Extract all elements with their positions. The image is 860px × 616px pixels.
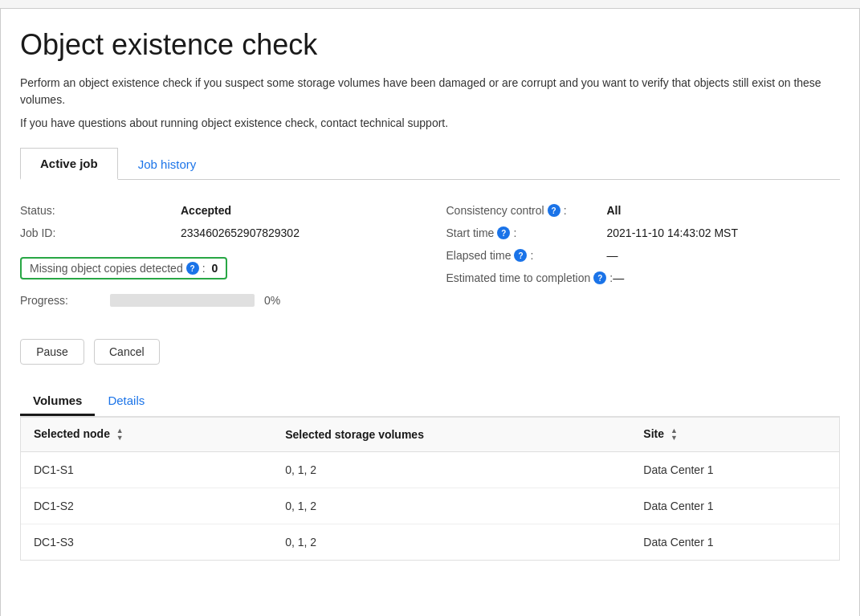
estimated-value: — [613,271,624,284]
page-title: Object existence check [20,28,840,62]
consistency-row: Consistency control ?: All [446,199,841,222]
missing-value: 0 [212,262,218,275]
tab-active-job[interactable]: Active job [20,148,118,180]
start-time-label: Start time ?: [446,226,607,239]
sort-site-icon[interactable]: ▲ ▼ [670,427,678,442]
cell-site: Data Center 1 [630,452,839,488]
cell-node: DC1-S3 [21,524,272,561]
missing-label: Missing object copies detected ?: [30,262,206,275]
progress-percent: 0% [264,294,280,307]
estimated-label: Estimated time to completion ?: [446,271,613,284]
job-id-row: Job ID: 2334602652907829302 [20,222,414,244]
cancel-button[interactable]: Cancel [94,339,160,365]
progress-label: Progress: [20,294,100,307]
cell-node: DC1-S1 [21,452,272,488]
main-tabs: Active job Job history [20,148,840,180]
estimated-row: Estimated time to completion ?: — [446,267,841,289]
start-time-row: Start time ?: 2021-11-10 14:43:02 MST [446,222,841,244]
cell-volumes: 0, 1, 2 [272,488,630,524]
col-site: Site ▲ ▼ [630,418,839,452]
cell-node: DC1-S2 [21,488,272,524]
active-job-content: Status: Accepted Job ID: 233460265290782… [20,199,840,561]
status-label: Status: [20,204,181,217]
consistency-help-icon[interactable]: ? [548,204,560,217]
volumes-table-scroll[interactable]: Selected node ▲ ▼ Selected storage volum… [21,418,839,560]
progress-row: Progress: 0% [20,294,414,307]
consistency-label: Consistency control ?: [446,204,607,217]
cell-volumes: 0, 1, 2 [272,452,630,488]
cell-volumes: 0, 1, 2 [272,524,630,561]
elapsed-label: Elapsed time ?: [446,249,607,262]
cell-site: Data Center 1 [630,524,839,561]
job-id-value: 2334602652907829302 [181,226,300,239]
elapsed-help-icon[interactable]: ? [514,249,527,262]
volumes-table: Selected node ▲ ▼ Selected storage volum… [21,418,839,560]
start-time-value: 2021-11-10 14:43:02 MST [607,226,738,239]
pause-button[interactable]: Pause [20,339,84,365]
elapsed-value: — [607,249,618,262]
sub-tab-volumes[interactable]: Volumes [20,387,95,416]
table-row: DC1-S3 0, 1, 2 Data Center 1 [21,524,839,561]
sort-node-icon[interactable]: ▲ ▼ [116,427,124,442]
left-col: Status: Accepted Job ID: 233460265290782… [20,199,414,323]
status-row: Status: Accepted [20,199,414,222]
tab-job-history[interactable]: Job history [118,148,217,179]
missing-object-box: Missing object copies detected ?: 0 [20,257,227,279]
description-1: Perform an object existence check if you… [20,75,839,108]
elapsed-row: Elapsed time ?: — [446,244,841,267]
right-col: Consistency control ?: All Start time ?:… [446,199,841,323]
cell-site: Data Center 1 [630,488,839,524]
col-node: Selected node ▲ ▼ [21,418,272,452]
missing-row-wrapper: Missing object copies detected ?: 0 [20,251,414,286]
sub-tab-details[interactable]: Details [95,387,157,416]
consistency-value: All [607,204,622,217]
sub-tabs: Volumes Details [20,387,840,418]
job-id-label: Job ID: [20,226,181,239]
status-grid: Status: Accepted Job ID: 233460265290782… [20,199,840,323]
volumes-table-wrapper: Selected node ▲ ▼ Selected storage volum… [20,418,840,561]
table-row: DC1-S1 0, 1, 2 Data Center 1 [21,452,839,488]
estimated-help-icon[interactable]: ? [593,271,606,284]
status-value: Accepted [181,204,231,217]
table-row: DC1-S2 0, 1, 2 Data Center 1 [21,488,839,524]
start-time-help-icon[interactable]: ? [497,226,510,239]
description-2: If you have questions about running obje… [20,115,840,132]
action-buttons: Pause Cancel [20,339,840,365]
col-volumes: Selected storage volumes [272,418,630,452]
progress-bar [110,294,255,307]
missing-help-icon[interactable]: ? [186,262,199,275]
